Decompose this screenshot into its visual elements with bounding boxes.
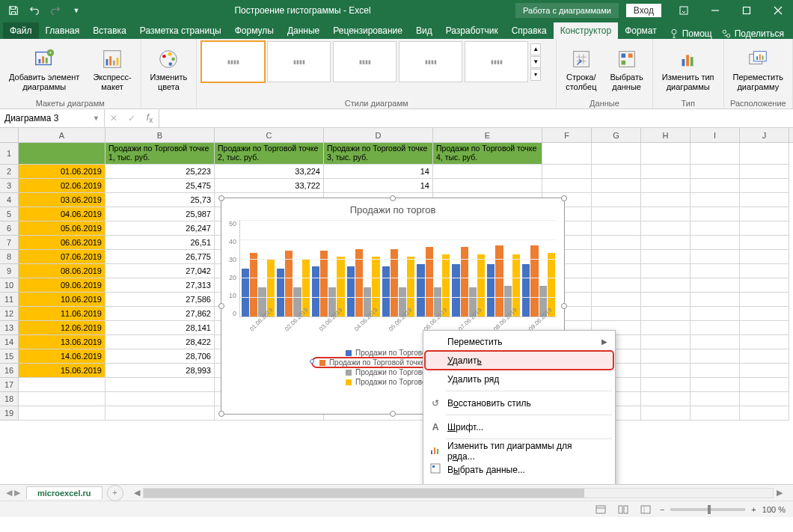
style-thumb[interactable]: ▮▮▮▮ bbox=[201, 41, 265, 82]
chart-plot-area[interactable] bbox=[239, 220, 557, 317]
cell[interactable] bbox=[691, 321, 740, 335]
tab-конструктор[interactable]: Конструктор bbox=[554, 22, 618, 39]
zoom-out-button[interactable]: − bbox=[660, 505, 664, 514]
cell[interactable] bbox=[592, 221, 641, 236]
chart-title[interactable]: Продажи по торгов bbox=[221, 198, 564, 220]
date-cell[interactable]: 11.06.2019 bbox=[19, 307, 105, 321]
select-all-corner[interactable] bbox=[0, 128, 19, 142]
cell[interactable] bbox=[433, 165, 542, 179]
ctx-delete-series[interactable]: Удалить ряд bbox=[425, 370, 613, 388]
date-cell[interactable]: 07.06.2019 bbox=[19, 250, 105, 264]
quick-layout-button[interactable]: Экспресс- макет bbox=[88, 41, 135, 98]
cell[interactable] bbox=[740, 307, 789, 321]
tab-данные[interactable]: Данные bbox=[281, 22, 326, 39]
ctx-font[interactable]: AШрифт... bbox=[425, 418, 613, 436]
maximize-icon[interactable] bbox=[732, 0, 762, 21]
style-thumb[interactable]: ▮▮▮▮ bbox=[267, 41, 331, 82]
minimize-icon[interactable] bbox=[700, 0, 730, 21]
cell[interactable] bbox=[592, 143, 641, 165]
row-header[interactable]: 2 bbox=[0, 165, 19, 179]
cell[interactable] bbox=[740, 165, 789, 179]
cell[interactable] bbox=[740, 143, 789, 165]
cell[interactable] bbox=[691, 406, 740, 421]
gallery-more-icon[interactable]: ▾ bbox=[530, 69, 541, 81]
date-cell[interactable]: 13.06.2019 bbox=[19, 335, 105, 349]
add-chart-element-button[interactable]: +Добавить элемент диаграммы bbox=[4, 41, 84, 98]
zoom-level[interactable]: 100 % bbox=[762, 505, 786, 514]
row-header[interactable]: 5 bbox=[0, 207, 19, 221]
select-data-button[interactable]: Выбрать данные bbox=[605, 41, 647, 98]
cell[interactable] bbox=[641, 193, 691, 207]
cell[interactable]: 26,247 bbox=[105, 221, 215, 236]
fx-icon[interactable]: fx bbox=[141, 112, 159, 124]
zoom-in-button[interactable]: + bbox=[751, 505, 756, 514]
cell[interactable] bbox=[691, 250, 740, 264]
cell[interactable] bbox=[691, 264, 740, 278]
column-header[interactable]: E bbox=[433, 128, 542, 142]
date-cell[interactable]: 02.06.2019 bbox=[19, 179, 105, 193]
cell[interactable] bbox=[19, 378, 105, 392]
style-thumb[interactable]: ▮▮▮▮ bbox=[399, 41, 462, 82]
row-header[interactable]: 3 bbox=[0, 179, 19, 193]
cell[interactable] bbox=[740, 321, 789, 335]
view-normal-icon[interactable] bbox=[593, 503, 609, 516]
ctx-select-data[interactable]: Выбрать данные... bbox=[425, 460, 613, 479]
header-cell[interactable]: Продажи по Торговой точке 4, тыс. руб. bbox=[433, 143, 542, 165]
row-header[interactable]: 17 bbox=[0, 378, 19, 392]
header-cell[interactable]: Продажи по Торговой точке 3, тыс. руб. bbox=[324, 143, 433, 165]
cell[interactable] bbox=[641, 250, 691, 264]
cell[interactable] bbox=[740, 378, 789, 392]
cell[interactable] bbox=[691, 364, 740, 378]
cell[interactable] bbox=[740, 349, 789, 364]
cell[interactable] bbox=[542, 143, 592, 165]
column-header[interactable]: D bbox=[324, 128, 433, 142]
cell[interactable]: 25,73 bbox=[105, 193, 215, 207]
cell[interactable] bbox=[740, 293, 789, 307]
undo-icon[interactable] bbox=[25, 2, 43, 19]
cell[interactable] bbox=[740, 250, 789, 264]
cell[interactable]: 33,722 bbox=[215, 179, 324, 193]
cell[interactable] bbox=[641, 392, 691, 406]
row-header[interactable]: 9 bbox=[0, 264, 19, 278]
cell[interactable]: 27,313 bbox=[105, 278, 215, 293]
cell[interactable] bbox=[19, 406, 105, 421]
sheet-nav-next-icon[interactable]: ▶ bbox=[14, 488, 20, 498]
cell[interactable] bbox=[641, 307, 691, 321]
row-header[interactable]: 18 bbox=[0, 392, 19, 406]
cell[interactable] bbox=[641, 221, 691, 236]
tab-справка[interactable]: Справка bbox=[505, 22, 554, 39]
cell[interactable] bbox=[740, 335, 789, 349]
tab-file[interactable]: Файл bbox=[3, 22, 39, 39]
sheet-tab[interactable]: microexcel.ru bbox=[26, 486, 102, 499]
cell[interactable]: 27,042 bbox=[105, 264, 215, 278]
cell[interactable] bbox=[105, 392, 215, 406]
tab-формулы[interactable]: Формулы bbox=[228, 22, 281, 39]
tab-рецензирование[interactable]: Рецензирование bbox=[326, 22, 409, 39]
tell-me[interactable]: Помощ bbox=[669, 28, 712, 39]
cell[interactable]: 26,775 bbox=[105, 250, 215, 264]
cell[interactable] bbox=[691, 221, 740, 236]
date-cell[interactable]: 08.06.2019 bbox=[19, 264, 105, 278]
cell[interactable] bbox=[691, 307, 740, 321]
signin-button[interactable]: Вход bbox=[626, 4, 661, 17]
cell[interactable] bbox=[740, 221, 789, 236]
cell[interactable]: 28,706 bbox=[105, 349, 215, 364]
save-icon[interactable] bbox=[4, 2, 22, 19]
redo-icon[interactable] bbox=[46, 2, 64, 19]
cell[interactable] bbox=[592, 250, 641, 264]
cell[interactable] bbox=[641, 143, 691, 165]
column-header[interactable]: G bbox=[592, 128, 641, 142]
cell[interactable] bbox=[592, 236, 641, 250]
tab-вставка[interactable]: Вставка bbox=[86, 22, 133, 39]
row-header[interactable]: 11 bbox=[0, 293, 19, 307]
cell[interactable] bbox=[691, 165, 740, 179]
date-cell[interactable]: 10.06.2019 bbox=[19, 293, 105, 307]
cell[interactable] bbox=[740, 264, 789, 278]
cell[interactable] bbox=[691, 278, 740, 293]
name-box[interactable]: Диаграмма 3▼ bbox=[0, 109, 105, 127]
zoom-slider[interactable] bbox=[670, 508, 745, 511]
ctx-move[interactable]: Переместить▶ bbox=[425, 332, 613, 351]
cell[interactable] bbox=[433, 179, 542, 193]
cell[interactable]: 14 bbox=[324, 179, 433, 193]
row-header[interactable]: 7 bbox=[0, 236, 19, 250]
